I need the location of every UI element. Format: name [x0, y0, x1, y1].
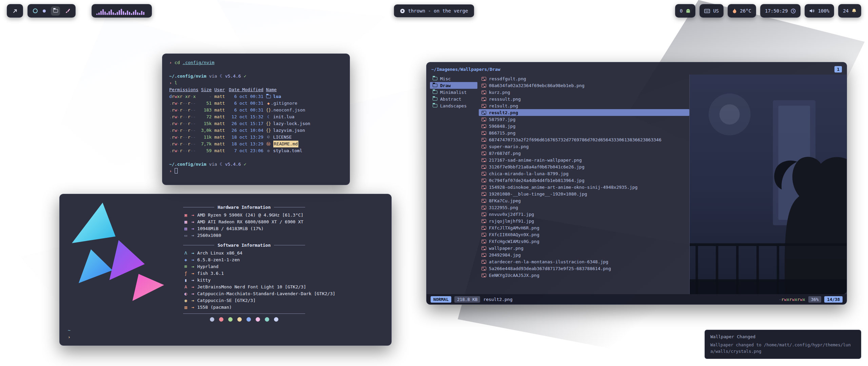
file-name: 19201080-__blue-tinge__-1920×1080.jpg: [489, 191, 587, 197]
file-item[interactable]: resssult.png: [479, 96, 689, 102]
listing-row[interactable]: .rw-r--r-- 72 matt 12 oct 15:32 ☾init.lu…: [169, 114, 343, 120]
image-file-icon: [481, 179, 486, 182]
notifications-module[interactable]: 24: [838, 4, 861, 18]
file-item[interactable]: 3126f7e9bbf21a8a4af0b67b041c6e26.jpg: [479, 163, 689, 170]
image-file-icon: [481, 124, 486, 128]
file-item[interactable]: result2.png: [479, 109, 689, 116]
file-item[interactable]: 3122955.png: [479, 204, 689, 211]
file-item[interactable]: atardecer-en-la-montanas-ilustracion-634…: [479, 258, 689, 265]
fastfetch-window[interactable]: Hardware Information ▣ → AMD Ryzen 9 590…: [59, 194, 392, 346]
sidebar-folder-misc[interactable]: Misc: [430, 75, 477, 82]
file-item[interactable]: nnvuv0xj2df71.jpg: [479, 211, 689, 218]
visualizer-bar: [100, 11, 102, 15]
listing-row[interactable]: .rw-r--r-- 11k matt 18 oct 13:29 ©LICENS…: [169, 134, 343, 141]
file-item[interactable]: kurz.png: [479, 89, 689, 96]
clock-module[interactable]: 17:50:29: [760, 4, 801, 18]
file-item[interactable]: 19201080-__blue-tinge__-1920×1080.jpg: [479, 190, 689, 197]
dock-dot-icon[interactable]: [43, 9, 46, 13]
tab-indicator[interactable]: 1: [834, 66, 842, 73]
listing-row[interactable]: .rw-r--r-- 59 matt 7 oct 23:06 ⚙stylua.t…: [169, 147, 343, 154]
file-item[interactable]: FXfcJlTXgAMvH6R.png: [479, 224, 689, 231]
dock-folder-icon[interactable]: [51, 6, 60, 16]
file-item[interactable]: EeNKYgIUcAAJ5JX.png: [479, 272, 689, 279]
visualizer-bar: [102, 9, 104, 15]
visualizer-bar: [111, 9, 112, 15]
file-name: .gitignore: [271, 101, 297, 106]
updates-module[interactable]: 0: [675, 4, 695, 18]
image-file-icon: [481, 260, 486, 264]
file-item[interactable]: 596848.jpg: [479, 123, 689, 129]
notification-toast[interactable]: Wallpaper Changed Wallpaper changed to /…: [705, 330, 861, 359]
terminal-window[interactable]: ›cd.config/nvim ~/.config/nvimvia☾ v5.4.…: [162, 54, 350, 185]
hardware-section-header: Hardware Information: [183, 204, 305, 210]
image-file-icon: [481, 158, 486, 162]
file-item[interactable]: 87r687df.png: [479, 150, 689, 157]
fetch-line: ▤ → 10948MiB / 64183MiB (17%): [183, 225, 373, 232]
file-name: chica-mirando-la-luna-8799.jpg: [489, 171, 569, 176]
file-name: rsjqojlmjhf91.jpg: [489, 219, 534, 224]
file-name: 866715.png: [489, 130, 515, 136]
listing-row[interactable]: .rw-r--r-- 7,7k matt 18 oct 13:29 ⓂREADM…: [169, 141, 343, 147]
file-name: super-mario.png: [489, 144, 529, 149]
file-item[interactable]: chica-mirando-la-luna-8799.jpg: [479, 170, 689, 177]
file-name: result2.png: [489, 110, 518, 115]
image-file-icon: [481, 151, 486, 155]
file-manager-window[interactable]: ~/Imagenes/Wallpapers/Draw 1 Misc Draw M…: [426, 62, 847, 305]
prompt-path: ~: [68, 327, 71, 334]
fetch-value: 868x366: [197, 232, 221, 239]
file-item[interactable]: FXfcII0X0AQyn9X.png: [479, 231, 689, 238]
file-item[interactable]: 8FKa7Cu.jpeg: [479, 197, 689, 204]
file-item[interactable]: 587597.jpg: [479, 116, 689, 123]
dock-paintbrush-icon[interactable]: [65, 8, 70, 14]
color-palette: [183, 317, 305, 322]
file-item[interactable]: 68747470733a2f2f696d616765732d7769786d70…: [479, 136, 689, 143]
file-item[interactable]: rsjqojlmjhf91.jpg: [479, 218, 689, 224]
now-playing-pill[interactable]: thrown - on the verge: [394, 4, 474, 17]
file-item[interactable]: re1sult.png: [479, 102, 689, 109]
listing-row[interactable]: drwxr-xr-x - matt 6 oct 00:31 lua: [169, 93, 343, 100]
sidebar-folder-abstract[interactable]: Abstract: [430, 96, 477, 102]
fetch-line: ƒ → fish 3.6.1: [183, 270, 373, 277]
sidebar-folder-minimalist[interactable]: Minimalist: [430, 89, 477, 96]
file-item[interactable]: 5a266e448add93deab367d87173e9f25-6837886…: [479, 265, 689, 272]
dock-ring-icon[interactable]: [33, 8, 38, 13]
file-list: ressdfgult.png 08a634fa02a32364f69ebc86a…: [477, 75, 689, 294]
file-item[interactable]: FXfcHgcWIAMzs0G.png: [479, 238, 689, 245]
volume-module[interactable]: 100%: [805, 4, 834, 18]
terminal-cursor[interactable]: [175, 168, 178, 174]
license-icon: ©: [266, 134, 271, 141]
fetch-value: kitty: [197, 277, 211, 284]
file-item[interactable]: 866715.png: [479, 129, 689, 136]
folder-name: Misc: [440, 76, 451, 81]
file-item[interactable]: wallpaper.png: [479, 245, 689, 251]
temperature-module[interactable]: 26°C: [728, 4, 756, 18]
json-icon: {}: [266, 107, 271, 114]
sidebar-folder-draw[interactable]: Draw: [430, 82, 477, 89]
visualizer-bar: [98, 13, 100, 15]
listing-row[interactable]: .rw-r--r-- 183 matt 6 oct 00:31 {}.neoco…: [169, 107, 343, 114]
listing-row[interactable]: .rw-r--r-- 3,0k matt 26 oct 10:04 {}lazy…: [169, 127, 343, 134]
file-item[interactable]: 154928-odinokoe_anime-art-anime-okno-sin…: [479, 184, 689, 190]
image-file-icon: [481, 233, 486, 237]
file-item[interactable]: 20492984.jpg: [479, 251, 689, 258]
file-item[interactable]: super-mario.png: [479, 143, 689, 150]
file-item[interactable]: 0c794faf07de24a4db4d4fb1eb813964.jpg: [479, 177, 689, 184]
file-name: 8FKa7Cu.jpeg: [489, 198, 521, 203]
keyboard-layout-module[interactable]: US: [699, 4, 724, 18]
file-item[interactable]: 08a634fa02a32364f69ebc86a98eb1eb.png: [479, 82, 689, 89]
listing-row[interactable]: .rw-r--r-- 15k matt 26 oct 15:17 {}lazy-…: [169, 120, 343, 127]
listing-row[interactable]: .rw-r--r-- 51 matt 6 oct 00:31 ◆.gitigno…: [169, 100, 343, 107]
file-name: FXfcHgcWIAMzs0G.png: [489, 239, 539, 244]
lua-version: ☾ v5.4.6: [220, 74, 241, 79]
prompt-path: ~/.config/nvim: [169, 74, 206, 79]
visualizer-bar: [123, 11, 124, 15]
launcher-button[interactable]: [7, 4, 23, 18]
sidebar-folder-landscapes[interactable]: Landscapes: [430, 102, 477, 109]
palette-dot: [265, 317, 269, 322]
notification-body: Wallpaper changed to /home/matt/.config/…: [710, 342, 855, 354]
arrow-icon: →: [192, 277, 194, 284]
fetch-value: AMD Ryzen 9 5900X (24) @ 4.9GHz [61.3°C]: [197, 212, 303, 219]
file-item[interactable]: ressdfgult.png: [479, 75, 689, 82]
fetch-value: Catppuccin-Macchiato-Standard-Lavender-D…: [197, 290, 335, 297]
file-item[interactable]: 217167-sad-anime-rain-wallpaper.png: [479, 157, 689, 163]
